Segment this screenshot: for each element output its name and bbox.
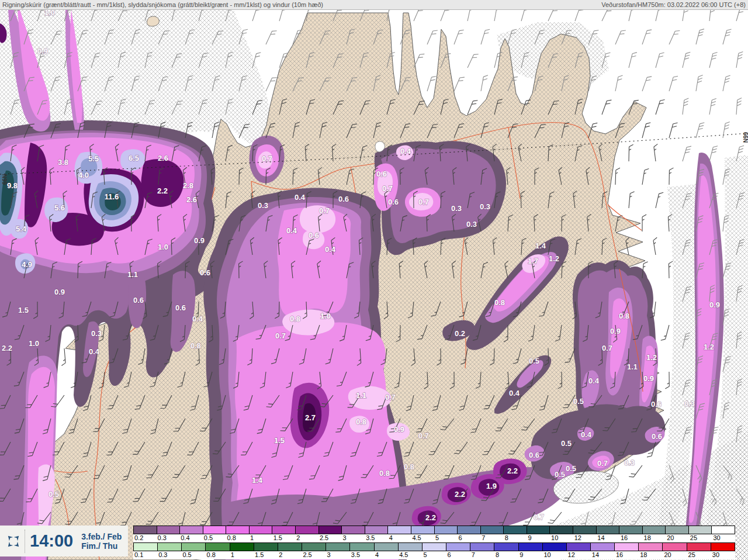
legend-cell (591, 543, 615, 551)
legend-tick-label: 0.8 (227, 534, 236, 541)
legend-tick-label: 7 (472, 551, 475, 558)
precip-value-label: 0.7 (534, 513, 544, 521)
weather-map-page: 66N 66N 1.00.93.85.54.06.52.62.82.62.29.… (0, 0, 748, 560)
legend-tick-label: 1 (250, 534, 254, 541)
legend-tick-label: 12 (568, 551, 575, 558)
legend-cell (504, 526, 527, 534)
legend-cell (319, 526, 342, 534)
time-panel: 14:00 3.feb./ Feb Fim./ Thu (0, 526, 128, 556)
legend-tick-label: 0.5 (182, 551, 191, 558)
legend-cell (567, 543, 591, 551)
legend-tick-label: 14 (597, 534, 604, 541)
precip-value-label: 0.5 (566, 464, 576, 473)
snow-scale-cells (133, 542, 735, 551)
precip-value-label: 0.6 (200, 268, 210, 277)
legend-cell (157, 526, 181, 534)
precip-value-label: 2.2 (2, 344, 12, 352)
legend-tick-label: 6 (459, 534, 462, 541)
legend-cell (643, 526, 666, 534)
precip-value-label: 6.5 (129, 154, 139, 163)
legend-cell (481, 526, 504, 534)
precip-value-label: 1.0 (29, 339, 39, 348)
latitude-label-right: 66N (742, 132, 748, 143)
precip-value-label: 2.2 (507, 466, 518, 475)
precip-value-label: 1.2 (704, 343, 714, 351)
legend-tick-label: 16 (616, 551, 623, 558)
precip-value-label: 2.2 (425, 513, 436, 522)
precip-value-label: 0.8 (356, 417, 366, 426)
precip-value-label: 0.6 (376, 170, 387, 178)
legend-tick-label: 7 (482, 534, 485, 541)
precip-value-label: 1.4 (252, 476, 263, 485)
precip-value-label: 0.4 (588, 376, 600, 385)
legend-cell (689, 526, 712, 534)
legend-cell (399, 543, 423, 551)
legend-cell (639, 543, 663, 551)
legend-tick-label: 14 (592, 551, 599, 558)
legend-cell (519, 543, 543, 551)
legend-tick-label: 30 (712, 551, 719, 558)
legend-cell (250, 526, 273, 534)
precip-value-label: 0.8 (404, 462, 414, 471)
panel-separator (25, 530, 25, 553)
legend-cell (365, 526, 389, 534)
legend-tick-label: 0.3 (158, 551, 167, 558)
legend-tick-label: 0.4 (181, 534, 189, 541)
legend-tick-label: 5 (435, 534, 439, 541)
precip-value-label: 2.6 (158, 154, 168, 163)
precip-value-label: 0.6 (133, 296, 144, 305)
legend-cell (711, 543, 735, 551)
legend-cell (597, 526, 620, 534)
legend-tick-label: 4 (375, 551, 379, 558)
precip-value-label: 0.6 (175, 303, 186, 312)
forecast-date: 3.feb./ Feb Fim./ Thu (81, 532, 122, 551)
precip-value-label: 1.0 (320, 312, 331, 320)
legend-tick-label: 18 (644, 534, 651, 541)
precip-value-label: 0.7 (382, 184, 393, 193)
legend-tick-label: 5 (423, 551, 427, 558)
weather-map-canvas: 66N 66N 1.00.93.85.54.06.52.62.82.62.29.… (0, 0, 748, 560)
precip-value-label: 0.8 (619, 312, 629, 320)
precip-value-label: 0.3 (624, 458, 635, 467)
precip-value-label: 0.9 (194, 236, 205, 245)
precip-value-label: 2.2 (455, 490, 465, 499)
legend-cell (180, 526, 203, 534)
precip-value-label: 11.6 (105, 192, 119, 201)
precip-value-label: 1.9 (486, 482, 497, 490)
legend-tick-label: 1 (231, 551, 234, 558)
precip-value-label: 2.6 (186, 195, 197, 204)
precip-value-label: 0.4 (192, 314, 203, 323)
legend-tick-label: 3 (343, 534, 347, 541)
legend-cell (134, 526, 157, 534)
precip-value-label: 0.5 (555, 470, 565, 479)
precip-value-label: 3.8 (58, 158, 68, 167)
legend-cell (272, 526, 296, 534)
legend-tick-label: 0.1 (134, 551, 143, 558)
precip-value-label: 0.8 (191, 341, 201, 350)
precip-value-label: 5.5 (88, 154, 99, 163)
precip-value-label: 0.6 (388, 198, 399, 206)
legend-cell (470, 543, 494, 551)
precip-value-label: 0.3 (480, 202, 490, 211)
legend-tick-label: 0.3 (158, 534, 167, 541)
legend-tick-label: 25 (688, 551, 695, 558)
legend-tick-label: 20 (664, 551, 671, 558)
precip-value-label: 0.4 (286, 226, 297, 235)
precip-value-label: 0.2 (455, 329, 465, 338)
vedur-logo-icon (4, 530, 23, 553)
legend-cell (226, 526, 250, 534)
precip-value-label: 0.5 (561, 439, 572, 448)
legend-tick-label: 18 (640, 551, 647, 558)
legend-cell (350, 543, 374, 551)
precip-value-label: 0.4 (509, 389, 520, 397)
precip-value-label: 0.4 (581, 430, 592, 439)
legend-cell (527, 526, 550, 534)
precip-value-label: 0.6 (652, 432, 662, 441)
legend-tick-label: 10 (551, 534, 558, 541)
precip-value-label: 1.4 (535, 241, 546, 250)
legend-cell (206, 543, 230, 551)
precip-value-label: 1.7 (528, 257, 538, 265)
precip-value-label: 0.7 (418, 198, 429, 206)
legend-tick-label: 1.5 (273, 534, 282, 541)
legend-tick-label: 0.2 (134, 534, 143, 541)
